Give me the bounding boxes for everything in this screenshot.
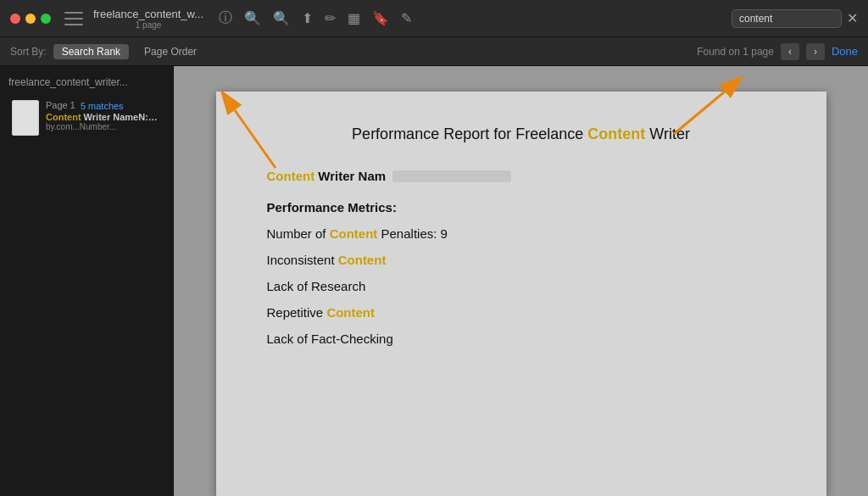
metric-0-before: Number of xyxy=(267,226,330,241)
sidebar-toggle-icon[interactable] xyxy=(64,12,83,25)
minimize-button[interactable] xyxy=(25,14,36,24)
document-page: Performance Report for Freelance Content… xyxy=(216,92,826,496)
close-search-icon[interactable]: ✕ xyxy=(847,10,858,26)
bookmark-icon[interactable]: 🔖 xyxy=(372,10,389,26)
page-preview-detail: by.com...Number... xyxy=(46,122,161,131)
fullscreen-button[interactable] xyxy=(41,14,51,24)
metric-item-1: Inconsistent Content xyxy=(267,253,776,267)
found-text: Found on 1 page xyxy=(697,46,774,58)
metric-item-0: Number of Content Penalties: 9 xyxy=(267,226,776,241)
search-area: ✕ xyxy=(732,9,858,28)
doc-title: freelance_content_w... xyxy=(93,8,203,20)
search-sort-bar: Sort By: Search Rank Page Order Found on… xyxy=(0,37,868,66)
search-input[interactable] xyxy=(732,9,842,28)
metric-0-highlight: Content xyxy=(330,226,378,241)
page-order-button[interactable]: Page Order xyxy=(136,44,205,59)
title-after: Writer xyxy=(645,125,690,142)
page-preview: Content Writer NameN:eha@kweb xyxy=(46,112,161,122)
writer-label-rest: Writer Nam xyxy=(314,169,386,183)
zoom-in-icon[interactable]: 🔍 xyxy=(273,10,290,26)
metric-item-4: Lack of Fact-Checking xyxy=(267,332,776,346)
doc-title-area: freelance_content_w... 1 page xyxy=(93,8,203,30)
preview-text: Writer NameN:eha@kweb xyxy=(84,112,161,122)
preview-highlight: Content xyxy=(46,112,81,122)
info-icon[interactable]: ⓘ xyxy=(219,9,232,27)
metric-1-highlight: Content xyxy=(338,253,387,267)
metric-3-before: Repetitive xyxy=(267,305,327,320)
writer-name-row: Content Writer Nam xyxy=(267,169,776,183)
page-info: Page 1 5 matches Content Writer NameN:eh… xyxy=(46,100,161,131)
metric-0-after: Penalties: 9 xyxy=(377,226,448,241)
sort-by-label: Sort By: xyxy=(10,46,47,58)
main-layout: freelance_content_writer... Page 1 5 mat… xyxy=(0,66,868,496)
page-thumbnail xyxy=(12,100,39,136)
writer-name-blur xyxy=(392,170,511,182)
metric-3-highlight: Content xyxy=(326,305,375,320)
sidebar: freelance_content_writer... Page 1 5 mat… xyxy=(0,66,174,496)
doc-subtitle: 1 page xyxy=(136,20,162,30)
metric-1-before: Inconsistent xyxy=(267,253,338,267)
document-area: Performance Report for Freelance Content… xyxy=(174,66,868,496)
annotate-icon[interactable]: ✎ xyxy=(401,10,412,26)
zoom-out-icon[interactable]: 🔍 xyxy=(244,10,261,26)
metric-2-text: Lack of Research xyxy=(267,279,366,293)
page-number: Page 1 xyxy=(46,100,75,110)
search-rank-button[interactable]: Search Rank xyxy=(53,44,129,59)
metric-4-text: Lack of Fact-Checking xyxy=(267,332,393,346)
title-highlight: Content xyxy=(587,125,645,142)
metric-item-3: Repetitive Content xyxy=(267,305,776,320)
doc-main-title: Performance Report for Freelance Content… xyxy=(267,125,776,143)
writer-label: Content Writer Nam xyxy=(267,169,387,183)
sidebar-title: freelance_content_writer... xyxy=(0,73,173,95)
next-result-button[interactable]: › xyxy=(806,43,825,60)
done-button[interactable]: Done xyxy=(832,45,858,58)
list-item[interactable]: Page 1 5 matches Content Writer NameN:eh… xyxy=(3,95,170,141)
pen-icon[interactable]: ✏ xyxy=(325,10,336,26)
metric-item-2: Lack of Research xyxy=(267,279,776,293)
close-button[interactable] xyxy=(10,14,20,24)
search-nav-area: Found on 1 page ‹ › Done xyxy=(697,43,858,60)
pages-icon[interactable]: ▦ xyxy=(348,10,360,26)
writer-label-highlight: Content xyxy=(267,169,315,183)
prev-result-button[interactable]: ‹ xyxy=(781,43,799,60)
share-icon[interactable]: ⬆ xyxy=(302,10,313,26)
toolbar-icons: ⓘ 🔍 🔍 ⬆ ✏ ▦ 🔖 ✎ xyxy=(219,9,725,27)
metrics-section: Performance Metrics: Number of Content P… xyxy=(267,200,776,346)
title-before: Performance Report for Freelance xyxy=(352,125,587,142)
page-matches: 5 matches xyxy=(81,101,124,111)
titlebar: freelance_content_w... 1 page ⓘ 🔍 🔍 ⬆ ✏ … xyxy=(0,0,868,37)
traffic-lights xyxy=(10,14,51,24)
metrics-title: Performance Metrics: xyxy=(267,200,776,215)
